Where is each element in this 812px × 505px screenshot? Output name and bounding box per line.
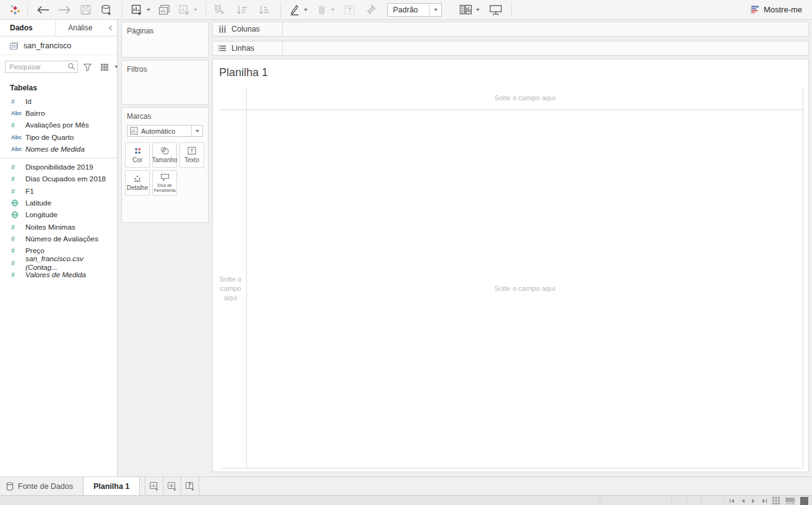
drop-zone-center[interactable]: Solte o campo aqui [246, 285, 803, 292]
sheet-title[interactable]: Planilha 1 [219, 66, 268, 79]
rows-shelf[interactable]: Linhas [212, 41, 809, 56]
presentation-mode-button[interactable] [486, 2, 505, 18]
drop-zone-columns[interactable]: Solte o campo aqui [246, 94, 803, 101]
filters-card[interactable]: Filtros [121, 60, 209, 105]
mark-type-value: Automático [141, 127, 191, 135]
first-sheet-icon[interactable] [729, 498, 735, 504]
field-row-id[interactable]: #Id [0, 95, 117, 107]
sheet-nav-controls [729, 496, 767, 505]
last-sheet-icon[interactable] [762, 498, 767, 504]
number-icon: # [11, 223, 25, 231]
view-mode-controls [772, 496, 808, 505]
clear-sheet-caret-icon[interactable] [192, 2, 199, 18]
worksheet-canvas[interactable]: Planilha 1 Solte o campo aqui Solte o ca… [212, 59, 809, 472]
tableau-logo-icon[interactable] [7, 2, 22, 18]
number-icon: # [11, 188, 25, 195]
next-sheet-icon[interactable] [751, 498, 756, 504]
group-button[interactable] [314, 2, 329, 18]
dimension-measure-divider [0, 158, 117, 158]
size-button[interactable]: Tamanho [152, 142, 177, 168]
marks-buttons: Cor Tamanho Texto [122, 141, 208, 197]
datasource-tab[interactable]: Fonte de Dados [0, 477, 83, 495]
show-cards-caret-icon[interactable] [474, 2, 482, 18]
save-button[interactable] [77, 2, 93, 18]
new-worksheet-caret-icon[interactable] [145, 2, 152, 18]
new-worksheet-tab-button[interactable] [145, 477, 163, 495]
tooltip-icon [160, 173, 170, 181]
field-list: #Id AbcBairro #Avaliações por Mês AbcTip… [0, 95, 117, 280]
field-row-avaliacoes-por-mes[interactable]: #Avaliações por Mês [0, 119, 117, 131]
field-row-nomes-de-medida[interactable]: AbcNomes de Medida [0, 143, 117, 155]
datasource-item[interactable]: san_francisco [0, 37, 117, 55]
search-row [0, 55, 117, 77]
fit-selector[interactable]: Padrão [387, 3, 442, 17]
main-toolbar: Padrão Mostre-me [0, 0, 812, 20]
data-pane: Dados Análise san_francisco [0, 20, 118, 477]
rows-icon [218, 45, 227, 52]
field-row-contagem[interactable]: #san_francisco.csv (Contag... [0, 257, 117, 269]
rows-shelf-droparea[interactable] [283, 41, 808, 55]
number-icon: # [11, 247, 25, 254]
highlight-caret-icon[interactable] [302, 2, 309, 18]
new-worksheet-button[interactable] [129, 2, 145, 18]
field-row-bairro[interactable]: AbcBairro [0, 107, 117, 119]
database-icon [6, 482, 14, 491]
columns-shelf-droparea[interactable] [283, 22, 808, 36]
field-row-numero-de-avaliacoes[interactable]: #Número de Avaliações [0, 233, 117, 244]
sheet-sorter-icon[interactable] [772, 497, 780, 504]
swap-axes-button[interactable] [211, 2, 228, 18]
field-row-f1[interactable]: #F1 [0, 185, 117, 197]
show-me-button[interactable]: Mostre-me [748, 3, 805, 16]
mark-type-dropdown[interactable]: Automático [127, 125, 203, 137]
field-row-latitude[interactable]: Latitude [0, 197, 117, 209]
clear-sheet-button[interactable] [176, 2, 192, 18]
duplicate-sheet-button[interactable] [156, 2, 172, 18]
new-story-tab-button[interactable] [181, 477, 199, 495]
tab-analise[interactable]: Análise [56, 20, 103, 36]
show-cards-button[interactable] [457, 2, 474, 18]
number-icon: # [11, 175, 25, 183]
fit-selector-value: Padrão [388, 6, 429, 14]
pages-card[interactable]: Páginas [121, 22, 209, 58]
text-icon: Abc [11, 146, 25, 152]
text-button[interactable]: Texto [179, 142, 204, 168]
new-dashboard-tab-button[interactable] [163, 477, 181, 495]
field-row-disponibilidade-2019[interactable]: #Disponibilidade 2019 [0, 161, 117, 173]
view-options-icon[interactable] [98, 61, 112, 73]
label-icon [188, 147, 196, 155]
datasource-name: san_francisco [24, 41, 71, 50]
columns-shelf[interactable]: Colunas [212, 22, 809, 37]
sort-descending-button[interactable] [256, 2, 273, 18]
sheet-tab-planilha-1[interactable]: Planilha 1 [83, 477, 140, 495]
tooltip-button[interactable]: Dica de Ferramenta [152, 170, 177, 196]
field-row-tipo-de-quarto[interactable]: AbcTipo de Quarto [0, 131, 117, 143]
show-mark-labels-button[interactable] [342, 2, 358, 18]
globe-icon [11, 199, 25, 207]
field-row-noites-minimas[interactable]: #Noites Minimas [0, 221, 117, 233]
number-icon: # [11, 121, 25, 129]
columns-icon [218, 25, 227, 33]
sort-ascending-button[interactable] [233, 2, 251, 18]
undo-button[interactable] [34, 2, 53, 18]
detail-button[interactable]: Detalhe [125, 170, 150, 196]
previous-sheet-icon[interactable] [741, 498, 745, 504]
highlight-button[interactable] [287, 2, 302, 18]
datasource-icon [9, 41, 19, 50]
collapse-pane-icon[interactable] [103, 20, 117, 36]
filter-fields-icon[interactable] [81, 61, 94, 73]
fix-axes-button[interactable] [363, 2, 379, 18]
redo-button[interactable] [55, 2, 74, 18]
tab-dados[interactable]: Dados [0, 20, 56, 36]
field-row-longitude[interactable]: Longitude [0, 209, 117, 221]
group-caret-icon[interactable] [329, 2, 337, 18]
fit-selector-caret-icon[interactable] [429, 4, 441, 16]
show-tabs-icon[interactable] [800, 497, 808, 505]
filmstrip-icon[interactable] [785, 497, 795, 504]
field-row-dias-ocupados[interactable]: #Dias Ocupados em 2018 [0, 173, 117, 185]
mark-type-caret-icon[interactable] [191, 126, 202, 136]
size-icon [160, 147, 170, 155]
drop-zone-rows[interactable]: Solte o campo aqui [216, 275, 245, 303]
color-button[interactable]: Cor [125, 142, 150, 168]
new-datasource-button[interactable] [98, 2, 114, 18]
columns-shelf-label: Colunas [213, 22, 283, 36]
